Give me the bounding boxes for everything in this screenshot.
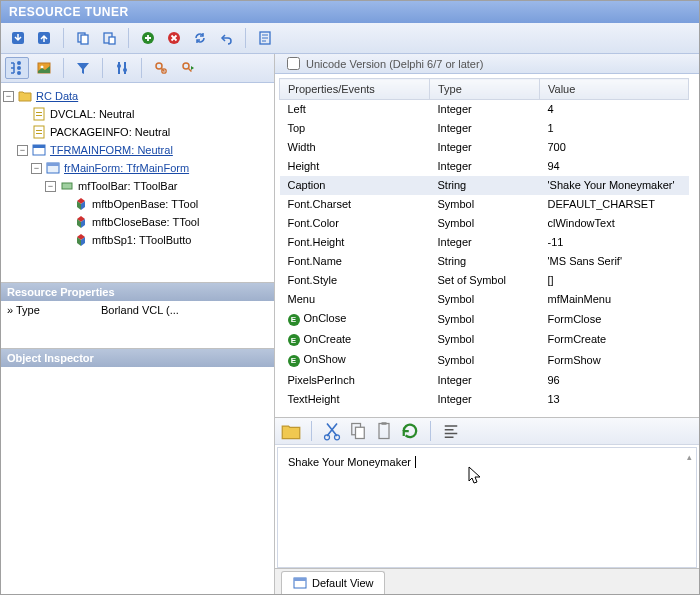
align-button[interactable] xyxy=(441,421,461,441)
copy-button[interactable] xyxy=(348,421,368,441)
undo-button[interactable] xyxy=(215,27,237,49)
paste-button[interactable] xyxy=(374,421,394,441)
table-row[interactable]: TopInteger1 xyxy=(280,119,689,138)
property-type: String xyxy=(430,252,540,271)
property-value: [] xyxy=(540,271,689,290)
header-value[interactable]: Value xyxy=(540,79,689,100)
header-type[interactable]: Type xyxy=(430,79,540,100)
svg-point-20 xyxy=(183,63,189,69)
property-value: -11 xyxy=(540,233,689,252)
separator xyxy=(63,28,64,48)
svg-rect-36 xyxy=(379,423,389,438)
tree-node[interactable]: PACKAGEINFO: Neutral xyxy=(3,123,272,141)
refresh-button[interactable] xyxy=(189,27,211,49)
resource-tree[interactable]: − RC Data DVCLAL: Neutral PACKAGEINFO: N… xyxy=(1,83,274,283)
separator xyxy=(430,421,431,441)
table-row[interactable]: TextHeightInteger13 xyxy=(280,389,689,408)
collapse-icon[interactable]: − xyxy=(3,91,14,102)
separator xyxy=(245,28,246,48)
text-editor[interactable]: Shake Your Moneymaker ▴ xyxy=(277,447,697,569)
tree-label: mfToolBar: TToolBar xyxy=(78,180,177,192)
table-row[interactable]: Font.CharsetSymbolDEFAULT_CHARSET xyxy=(280,195,689,214)
svg-rect-26 xyxy=(36,133,42,134)
property-type: Set of Symbol xyxy=(430,271,540,290)
table-row[interactable]: HeightInteger94 xyxy=(280,157,689,176)
properties-button[interactable] xyxy=(254,27,276,49)
copy-button[interactable] xyxy=(72,27,94,49)
property-type: Symbol xyxy=(430,195,540,214)
mouse-cursor-icon xyxy=(468,466,484,486)
find-next-button[interactable] xyxy=(176,57,200,79)
view-tree-button[interactable] xyxy=(5,57,29,79)
find-button[interactable] xyxy=(149,57,173,79)
table-row[interactable]: WidthInteger700 xyxy=(280,138,689,157)
property-name: Caption xyxy=(288,179,326,191)
export-button[interactable] xyxy=(33,27,55,49)
collapse-icon[interactable]: − xyxy=(17,145,28,156)
property-value: DEFAULT_CHARSET xyxy=(540,195,689,214)
header-properties[interactable]: Properties/Events xyxy=(280,79,430,100)
paste-button[interactable] xyxy=(98,27,120,49)
property-name: PixelsPerInch xyxy=(288,374,355,386)
separator xyxy=(128,28,129,48)
separator xyxy=(102,58,103,78)
tree-node[interactable]: − mfToolBar: TToolBar xyxy=(3,177,272,195)
property-type: Integer xyxy=(430,100,540,119)
property-value: 'MS Sans Serif' xyxy=(540,252,689,271)
editor-area: Shake Your Moneymaker ▴ Default View xyxy=(275,417,699,595)
reload-button[interactable] xyxy=(400,421,420,441)
unicode-checkbox[interactable] xyxy=(287,57,300,70)
settings-button[interactable] xyxy=(110,57,134,79)
property-table[interactable]: Properties/Events Type Value LeftInteger… xyxy=(279,78,689,409)
tab-default-view[interactable]: Default View xyxy=(281,571,385,594)
property-key: Type xyxy=(16,304,40,316)
table-row[interactable]: Font.StyleSet of Symbol[] xyxy=(280,271,689,290)
property-value: 13 xyxy=(540,389,689,408)
add-button[interactable] xyxy=(137,27,159,49)
collapse-icon[interactable]: − xyxy=(31,163,42,174)
open-folder-button[interactable] xyxy=(281,421,301,441)
table-row[interactable]: Font.NameString'MS Sans Serif' xyxy=(280,252,689,271)
table-row[interactable]: Font.ColorSymbolclWindowText xyxy=(280,214,689,233)
component-icon xyxy=(73,232,89,248)
collapse-icon[interactable]: − xyxy=(45,181,56,192)
table-row[interactable]: EOnCreateSymbolFormCreate xyxy=(280,329,689,350)
tree-node[interactable]: − frMainForm: TfrMainForm xyxy=(3,159,272,177)
svg-point-18 xyxy=(156,63,162,69)
cut-button[interactable] xyxy=(322,421,342,441)
separator xyxy=(311,421,312,441)
object-inspector[interactable] xyxy=(1,367,274,594)
table-row[interactable]: MenuSymbolmfMainMenu xyxy=(280,290,689,309)
tree-node[interactable]: − TFRMAINFORM: Neutral xyxy=(3,141,272,159)
table-row[interactable]: LeftInteger4 xyxy=(280,100,689,119)
tree-node[interactable]: DVCLAL: Neutral xyxy=(3,105,272,123)
unicode-checkbox-row[interactable]: Unicode Version (Delphi 6/7 or later) xyxy=(279,57,483,70)
main-area: − RC Data DVCLAL: Neutral PACKAGEINFO: N… xyxy=(1,54,699,594)
tree-node-root[interactable]: − RC Data xyxy=(3,87,272,105)
tree-node[interactable]: mftbOpenBase: TTool xyxy=(3,195,272,213)
svg-rect-30 xyxy=(47,163,59,166)
table-row[interactable]: EOnCloseSymbolFormClose xyxy=(280,309,689,330)
delete-button[interactable] xyxy=(163,27,185,49)
tree-label: mftbOpenBase: TTool xyxy=(92,198,198,210)
property-value: FormShow xyxy=(540,350,689,371)
scroll-up-icon[interactable]: ▴ xyxy=(687,452,692,462)
tree-toolbar xyxy=(1,54,274,83)
filter-button[interactable] xyxy=(71,57,95,79)
svg-rect-25 xyxy=(36,130,42,131)
table-row[interactable]: EOnShowSymbolFormShow xyxy=(280,350,689,371)
tree-node[interactable]: mftbSp1: TToolButto xyxy=(3,231,272,249)
table-row[interactable]: PixelsPerInchInteger96 xyxy=(280,370,689,389)
property-value: 94 xyxy=(540,157,689,176)
property-row[interactable]: » Type Borland VCL (... xyxy=(1,301,274,319)
property-type: Integer xyxy=(430,157,540,176)
tree-label: frMainForm: TfrMainForm xyxy=(64,162,189,174)
table-row[interactable]: Font.HeightInteger-11 xyxy=(280,233,689,252)
table-row[interactable]: CaptionString'Shake Your Moneymaker' xyxy=(280,176,689,195)
component-icon xyxy=(73,214,89,230)
right-toolbar: Unicode Version (Delphi 6/7 or later) xyxy=(275,54,699,74)
import-button[interactable] xyxy=(7,27,29,49)
view-image-button[interactable] xyxy=(32,57,56,79)
tree-node[interactable]: mftbCloseBase: TTool xyxy=(3,213,272,231)
property-type: Integer xyxy=(430,389,540,408)
